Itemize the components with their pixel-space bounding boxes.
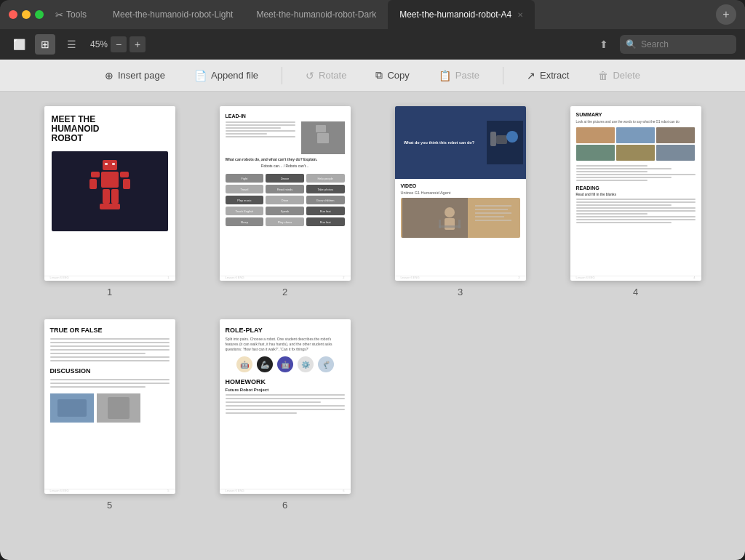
toolbar: ⬜ ⊞ ☰ 45% − + ⬆ 🔍: [0, 29, 745, 60]
search-input[interactable]: [641, 39, 730, 49]
page-number-2: 2: [282, 287, 287, 297]
tab-light[interactable]: Meet-the-humanoid-robot-Light: [101, 0, 244, 29]
text-line: [576, 210, 696, 212]
zoom-in-button[interactable]: +: [130, 36, 146, 52]
action-divider-2: [503, 67, 503, 84]
tab-dark[interactable]: Meet-the-humanoid-robot-Dark: [244, 0, 388, 29]
grid-cell: Speak: [266, 207, 304, 215]
new-tab-icon: +: [722, 8, 729, 21]
empty-cell-1: [380, 319, 541, 511]
page-item-2[interactable]: LEAD-IN: [204, 106, 365, 297]
svg-rect-7: [111, 189, 119, 204]
page6-robot-icon-5: 🦿: [318, 356, 334, 372]
text-line: [50, 356, 170, 358]
text-line: [226, 124, 295, 126]
page-thumb-6[interactable]: ROLE-PLAY Split into pairs. Choose a rob…: [220, 319, 351, 494]
page5-footer-text: Lesson 6 ENG: [50, 489, 69, 492]
copy-button[interactable]: ⧉ Copy: [370, 66, 415, 84]
maximize-window-button[interactable]: [35, 10, 44, 19]
svg-rect-14: [317, 133, 329, 143]
text-line: [226, 130, 295, 132]
grid-cell: Sleep: [226, 217, 264, 226]
page5-true-false-title: TRUE OR FALSE: [50, 327, 170, 334]
svg-rect-6: [103, 189, 110, 204]
page-item-3[interactable]: What do you think this robot can do?: [380, 106, 541, 297]
svg-rect-29: [475, 216, 504, 217]
tab-light-label: Meet-the-humanoid-robot-Light: [113, 9, 233, 20]
close-window-button[interactable]: [9, 10, 17, 19]
text-line: [226, 412, 297, 414]
page2-text-lines: [226, 121, 295, 137]
page4-img-1: [576, 127, 615, 143]
new-tab-button[interactable]: +: [716, 4, 736, 25]
page1-footer-num: 1: [167, 276, 169, 279]
tab-a4[interactable]: Meet-the-humanoid-robot-A4 ✕: [388, 0, 535, 29]
page6-icons-row: 🤖 🦾 🤖 ⚙️ 🦿: [226, 356, 345, 372]
text-line: [226, 394, 345, 396]
grid-view-button[interactable]: ⊞: [35, 34, 55, 55]
text-line: [226, 405, 345, 407]
svg-rect-22: [445, 218, 455, 230]
grid-cell: Run fast: [306, 217, 345, 226]
page-item-4[interactable]: SUMMARY Look at the pictures and use the…: [555, 106, 716, 297]
extract-button[interactable]: ↗ Extract: [521, 67, 575, 84]
list-view-button[interactable]: ☰: [61, 34, 81, 55]
page2-robot-svg: [301, 121, 345, 154]
paste-label: Paste: [455, 70, 479, 81]
page3-video-title: VIDEO: [401, 183, 520, 188]
paste-button[interactable]: 📋 Paste: [433, 67, 485, 84]
page5-footer-num: 5: [167, 489, 169, 492]
text-line: [576, 207, 696, 209]
share-button[interactable]: ⬆: [594, 34, 614, 55]
grid-cell: Help people: [306, 174, 345, 183]
tab-a4-label: Meet-the-humanoid-robot-A4: [399, 9, 511, 20]
insert-page-button[interactable]: ⊕ Insert page: [99, 67, 171, 84]
text-line: [50, 345, 170, 347]
tab-dark-label: Meet-the-humanoid-robot-Dark: [256, 9, 376, 20]
text-line: [226, 401, 321, 403]
page2-subq: Robots can... / Robots can't...: [226, 164, 345, 168]
page-thumb-5[interactable]: TRUE OR FALSE DISCUSSION: [44, 319, 175, 494]
main-content[interactable]: MEET THEHUMANOIDROBOT: [0, 92, 745, 560]
append-file-button[interactable]: 📄 Append file: [188, 67, 264, 84]
rotate-button[interactable]: ↺ Rotate: [300, 67, 352, 84]
svg-rect-23: [439, 225, 461, 228]
action-bar: ⊕ Insert page 📄 Append file ↺ Rotate ⧉ C…: [0, 60, 745, 92]
page5-img2-svg: [97, 393, 140, 423]
tab-a4-close-icon[interactable]: ✕: [517, 11, 523, 19]
page3-video-svg: [401, 198, 520, 238]
page2-grid: Fight Dance Help people Travel Read mind…: [226, 174, 345, 226]
page3-robot-svg: [487, 121, 523, 164]
delete-icon: 🗑: [598, 70, 608, 81]
page4-footer-num: 4: [693, 276, 695, 279]
text-line: [576, 171, 648, 172]
page5-image-row: [50, 393, 170, 423]
page-item-6[interactable]: ROLE-PLAY Split into pairs. Choose a rob…: [204, 319, 365, 511]
page2-content: LEAD-IN: [220, 106, 351, 233]
pages-row-1: MEET THEHUMANOIDROBOT: [29, 106, 716, 297]
page-number-5: 5: [107, 500, 112, 511]
page-number-4: 4: [633, 287, 638, 297]
zoom-out-button[interactable]: −: [111, 36, 127, 52]
page-item-1[interactable]: MEET THEHUMANOIDROBOT: [29, 106, 190, 297]
text-line: [50, 360, 170, 361]
tools-menu[interactable]: ✂ Tools: [55, 9, 87, 20]
page-thumb-2[interactable]: LEAD-IN: [220, 106, 351, 281]
text-line: [576, 219, 696, 220]
page4-image-grid: [576, 127, 696, 161]
titlebar: ✂ Tools Meet-the-humanoid-robot-Light Me…: [0, 0, 745, 29]
page4-word-list: [576, 165, 696, 181]
svg-rect-1: [101, 172, 119, 188]
page-thumb-3[interactable]: What do you think this robot can do?: [395, 106, 526, 281]
text-line: [576, 222, 672, 223]
svg-rect-13: [316, 125, 326, 132]
page6-role-title: ROLE-PLAY: [226, 327, 345, 334]
page-item-5[interactable]: TRUE OR FALSE DISCUSSION: [29, 319, 190, 511]
minimize-window-button[interactable]: [22, 10, 31, 19]
zoom-out-icon: −: [116, 39, 121, 50]
delete-button[interactable]: 🗑 Delete: [592, 67, 646, 84]
page-thumb-4[interactable]: SUMMARY Look at the pictures and use the…: [570, 106, 701, 281]
page6-hw-subtitle: Future Robot Project: [226, 388, 345, 392]
page-thumb-1[interactable]: MEET THEHUMANOIDROBOT: [44, 106, 175, 281]
sidebar-toggle-button[interactable]: ⬜: [9, 34, 29, 55]
